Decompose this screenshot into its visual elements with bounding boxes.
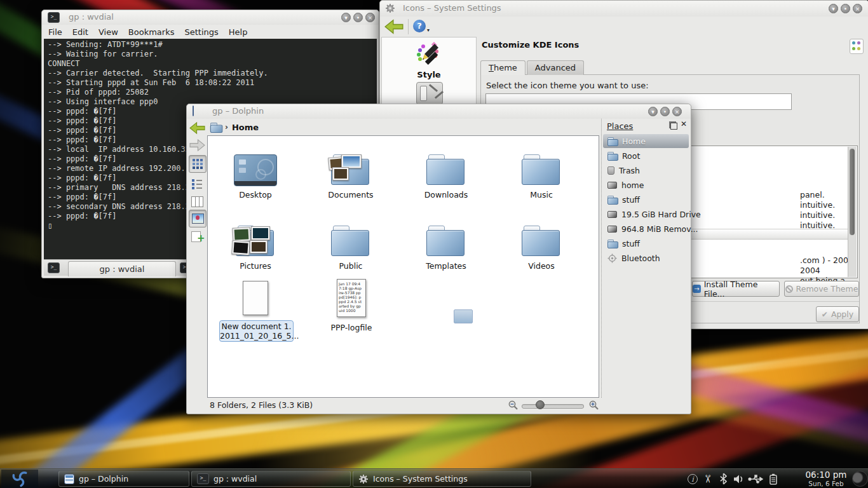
forward-button[interactable] [189,139,205,152]
help-icon[interactable]: ? [413,20,426,32]
maximize-icon[interactable]: • [353,13,363,22]
tab-advanced[interactable]: Advanced [527,60,584,75]
folder-item-music[interactable]: Music [494,141,589,200]
panel-toolbox-cashew-icon[interactable] [852,471,868,487]
file-label-line: 2011_01_20_16_5... [220,331,293,341]
taskbar-item-system-settings[interactable]: Icons – System Settings [353,471,531,487]
device-notifier-usb-icon[interactable] [746,469,765,488]
taskbar-item-terminal[interactable]: >_ gp : wvdial [191,471,351,487]
preview-toggle-button[interactable] [189,210,207,227]
zoom-in-icon[interactable] [588,400,599,410]
zoom-slider-track[interactable] [522,404,584,409]
folder-label: Desktop [239,190,272,200]
place-item-stuff[interactable]: stuff [603,193,689,207]
hard-drive-icon [607,211,617,218]
tab-theme[interactable]: Theme [480,60,526,75]
folder-icon [522,154,561,186]
maximize-icon[interactable]: • [841,4,850,13]
close-icon[interactable]: × [365,13,375,22]
place-item-bluetooth[interactable]: Bluetooth [603,251,689,265]
bluetooth-tray-icon[interactable] [715,469,731,488]
sidebar-item-style[interactable]: Style [382,40,476,79]
folder-item-pictures[interactable]: Pictures [208,212,303,271]
taskbar-item-label: Icons – System Settings [373,474,468,484]
remove-theme-label: Remove Theme [796,284,858,294]
folder-item-documents[interactable]: Documents [303,141,398,200]
new-tab-button[interactable]: >_ [48,262,60,273]
columns-view-button[interactable] [189,193,205,210]
dolphin-window: gp – Dolphin ▾ • × › Home + [186,104,691,414]
new-document-file-icon[interactable] [243,281,268,315]
taskbar-item-dolphin[interactable]: gp – Dolphin [58,471,189,487]
battery-tray-icon[interactable] [765,469,780,488]
place-item-home-partition[interactable]: home [603,178,689,192]
terminal-tab[interactable]: gp : wvdial [68,261,176,276]
dolphin-titlebar[interactable]: gp – Dolphin ▾ • × [187,104,691,119]
removable-drive-icon [607,226,617,233]
folder-item-public[interactable]: Public [303,212,398,271]
breadcrumb-home[interactable]: Home [232,123,259,132]
terminal-titlebar[interactable]: >_ gp : wvdial ▾ • × [42,10,379,25]
place-item-trash[interactable]: Trash [603,163,689,177]
detach-panel-icon[interactable] [670,123,677,130]
import-icon: → [693,285,701,293]
place-item-root[interactable]: Root [603,149,689,163]
folder-item-desktop[interactable]: Desktop [208,141,303,200]
menu-help[interactable]: Help [229,27,248,37]
details-view-button[interactable] [189,175,205,192]
scrollbar[interactable] [848,147,857,277]
menu-settings[interactable]: Settings [184,27,218,37]
klipper-scissors-icon[interactable]: ✂ [698,471,718,487]
folder-view[interactable]: Desktop Documents Downloads Music [207,135,599,398]
icons-view-button[interactable] [189,155,207,173]
status-text: 8 Folders, 2 Files (3.3 KiB) [210,400,313,410]
minimize-icon[interactable]: ▾ [829,4,838,13]
volume-tray-icon[interactable] [731,469,746,488]
zoom-slider-handle[interactable] [536,400,545,409]
place-item-hard-drive[interactable]: 19.5 GiB Hard Drive [603,207,689,221]
clock[interactable]: 06:10 pm Sun, 6 Feb [802,470,850,487]
place-item-home[interactable]: Home [603,134,689,148]
back-button[interactable] [384,18,403,35]
place-label: Bluetooth [621,254,660,263]
folder-icon [426,154,466,186]
remove-theme-button[interactable]: Remove Theme [784,281,859,297]
apply-button[interactable]: ✔ Apply [816,306,859,322]
folder-item-downloads[interactable]: Downloads [398,141,494,200]
menu-file[interactable]: File [48,27,62,37]
place-item-removable[interactable]: 964.8 MiB Remov... [603,222,689,236]
home-icon [607,137,618,146]
dot [857,47,860,50]
back-button[interactable] [189,121,205,135]
scrollbar-thumb[interactable] [850,149,855,235]
folder-item-templates[interactable]: Templates [398,212,494,271]
minimize-icon[interactable]: ▾ [341,13,351,22]
ppp-logfile-icon[interactable]: Jan 17 09:4 7:18 gp-Asp ire-5738 pp pd[1… [337,279,366,317]
minimize-icon[interactable]: ▾ [648,107,658,116]
gear-icon [358,474,369,484]
close-icon[interactable]: × [853,4,862,13]
maximize-icon[interactable]: • [660,107,670,116]
list-line: intuitive. [800,200,835,210]
dot [852,47,855,50]
split-view-button[interactable]: + [189,229,205,245]
place-item-stuff2[interactable]: stuff [603,236,689,250]
install-theme-button[interactable]: → Install Theme File... [692,281,780,297]
zoom-out-icon[interactable] [508,400,519,410]
photo-icon [192,214,204,224]
chevron-down-icon[interactable]: ▾ [427,27,430,33]
ppp-logfile-label[interactable]: PPP-logfile [329,323,374,332]
app-launcher-button[interactable] [1,470,38,488]
menu-view[interactable]: View [98,27,118,37]
settings-titlebar[interactable]: Icons – System Settings ▾ • × [380,1,868,17]
close-icon[interactable]: × [672,107,682,116]
close-panel-icon[interactable]: ✕ [681,119,687,128]
folder-icon [607,240,618,248]
new-document-label[interactable]: New document 1. 2011_01_20_16_5... [219,320,294,342]
menu-edit[interactable]: Edit [72,27,88,37]
folder-item-videos[interactable]: Videos [494,212,589,271]
clock-time: 06:10 pm [802,470,850,480]
menu-bookmarks[interactable]: Bookmarks [128,27,175,37]
home-folder-icon[interactable] [210,123,222,132]
workspace-tools-icon[interactable] [416,82,443,105]
